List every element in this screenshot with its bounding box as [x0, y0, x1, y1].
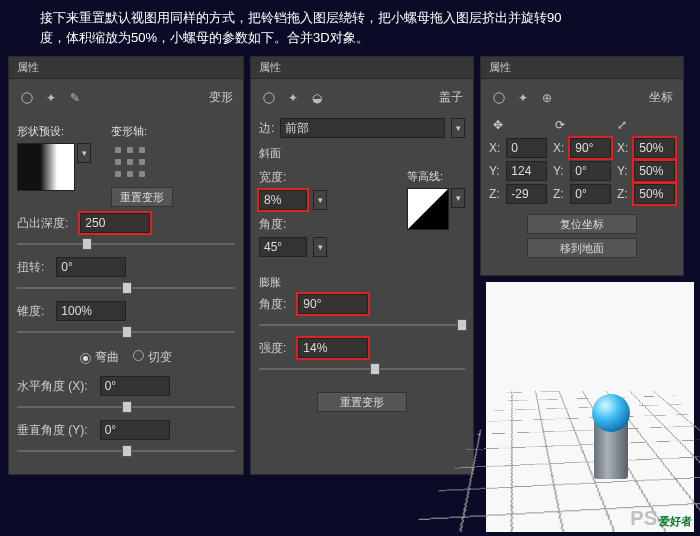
move-to-ground-button[interactable]: 移到地面: [527, 238, 637, 258]
scale-y-label: Y:: [617, 164, 628, 178]
bevel-width-stepper[interactable]: ▾: [313, 190, 327, 210]
extrude-depth-slider[interactable]: [17, 237, 235, 251]
move-icon: ✥: [493, 118, 503, 132]
bevel-width-input[interactable]: 8%: [259, 190, 307, 210]
bevel-section-label: 斜面: [259, 146, 465, 161]
hangle-slider[interactable]: [17, 400, 235, 414]
scale-icon: ⤢: [617, 118, 627, 132]
rot-z-label: Z:: [553, 187, 564, 201]
bevel-angle-stepper[interactable]: ▾: [313, 237, 327, 257]
inflate-angle-slider[interactable]: [259, 318, 465, 332]
tool-icon[interactable]: ✦: [285, 90, 301, 106]
shape-preset-thumbnail[interactable]: [17, 143, 75, 191]
taper-slider[interactable]: [17, 325, 235, 339]
bevel-angle-input[interactable]: 45°: [259, 237, 307, 257]
panel-mode-label: 坐标: [649, 89, 673, 106]
cap-icon[interactable]: ◒: [309, 90, 325, 106]
pos-z-label: Z:: [489, 187, 500, 201]
inflate-angle-label: 角度:: [259, 296, 286, 313]
scale-x-input[interactable]: 50%: [634, 138, 675, 158]
rot-y-input[interactable]: 0°: [570, 161, 611, 181]
tool-icon[interactable]: ✦: [43, 90, 59, 106]
tool2-icon[interactable]: ✎: [67, 90, 83, 106]
twist-slider[interactable]: [17, 281, 235, 295]
svg-point-0: [22, 92, 33, 103]
hangle-input[interactable]: 0°: [100, 376, 170, 396]
side-dropdown[interactable]: ▾: [451, 118, 465, 138]
cap-reset-button[interactable]: 重置变形: [317, 392, 407, 412]
contour-thumbnail[interactable]: [407, 188, 449, 230]
rot-x-label: X:: [553, 141, 564, 155]
inflate-angle-input[interactable]: 90°: [298, 294, 368, 314]
shape-preset-dropdown[interactable]: ▾: [77, 143, 91, 163]
panel-tab[interactable]: 属性: [251, 57, 473, 79]
deform-axis-grid[interactable]: [111, 143, 151, 183]
vangle-input[interactable]: 0°: [100, 420, 170, 440]
watermark: PS爱好者: [630, 507, 692, 530]
sphere-icon[interactable]: [261, 90, 277, 106]
pos-y-input[interactable]: 124: [506, 161, 547, 181]
extrude-depth-input[interactable]: 250: [80, 213, 150, 233]
3d-object-dome: [592, 394, 630, 432]
contour-label: 等高线:: [407, 169, 465, 184]
side-select[interactable]: 前部: [280, 118, 445, 138]
vangle-label: 垂直角度 (Y):: [17, 422, 88, 439]
scale-y-input[interactable]: 50%: [634, 161, 675, 181]
pos-y-label: Y:: [489, 164, 500, 178]
properties-panel-deform: 属性 ✦ ✎ 变形 形状预设: ▾ 变形轴:: [8, 56, 244, 475]
scale-z-label: Z:: [617, 187, 628, 201]
twist-input[interactable]: 0°: [56, 257, 126, 277]
bevel-width-label: 宽度:: [259, 169, 286, 186]
panel-mode-icons: ✦ ✎ 变形: [17, 85, 235, 114]
reset-deform-button[interactable]: 重置变形: [111, 187, 173, 207]
inflate-strength-label: 强度:: [259, 340, 286, 357]
pos-x-input[interactable]: 0: [506, 138, 547, 158]
svg-point-1: [264, 92, 275, 103]
scale-x-label: X:: [617, 141, 628, 155]
deform-axis-label: 变形轴:: [111, 124, 173, 139]
coord-icon[interactable]: ⊕: [539, 90, 555, 106]
pos-z-input[interactable]: -29: [506, 184, 547, 204]
reset-coords-button[interactable]: 复位坐标: [527, 214, 637, 234]
panel-tab[interactable]: 属性: [9, 57, 243, 79]
taper-input[interactable]: 100%: [56, 301, 126, 321]
taper-label: 锥度:: [17, 303, 44, 320]
inflate-strength-input[interactable]: 14%: [298, 338, 368, 358]
side-label: 边:: [259, 120, 274, 137]
vangle-slider[interactable]: [17, 444, 235, 458]
contour-dropdown[interactable]: ▾: [451, 188, 465, 208]
properties-panel-coordinates: 属性 ✦ ⊕ 坐标 ✥ ⟳ ⤢ X:0 X:90° X:50% Y:124 Y:: [480, 56, 684, 276]
sphere-icon[interactable]: [491, 90, 507, 106]
sphere-icon[interactable]: [19, 90, 35, 106]
inflate-section-label: 膨胀: [259, 275, 465, 290]
shape-preset-label: 形状预设:: [17, 124, 91, 139]
extrude-depth-label: 凸出深度:: [17, 215, 68, 232]
bevel-angle-label: 角度:: [259, 216, 286, 233]
3d-viewport[interactable]: [486, 282, 694, 532]
panel-mode-label: 变形: [209, 89, 233, 106]
bend-radio[interactable]: 弯曲: [80, 349, 119, 366]
rot-x-input[interactable]: 90°: [570, 138, 611, 158]
inflate-strength-slider[interactable]: [259, 362, 465, 376]
rot-y-label: Y:: [553, 164, 564, 178]
pos-x-label: X:: [489, 141, 500, 155]
rot-z-input[interactable]: 0°: [570, 184, 611, 204]
properties-panel-cap: 属性 ✦ ◒ 盖子 边: 前部 ▾ 斜面 宽度: 8% ▾: [250, 56, 474, 475]
scale-z-input[interactable]: 50%: [634, 184, 675, 204]
svg-point-2: [494, 92, 505, 103]
panel-tab[interactable]: 属性: [481, 57, 683, 79]
shear-radio[interactable]: 切变: [133, 349, 172, 366]
tool-icon[interactable]: ✦: [515, 90, 531, 106]
hangle-label: 水平角度 (X):: [17, 378, 88, 395]
panel-mode-label: 盖子: [439, 89, 463, 106]
instruction-text: 接下来重置默认视图用同样的方式，把铃铛拖入图层绕转，把小螺母拖入图层挤出并旋转9…: [0, 0, 700, 52]
rotate-icon: ⟳: [555, 118, 565, 132]
twist-label: 扭转:: [17, 259, 44, 276]
